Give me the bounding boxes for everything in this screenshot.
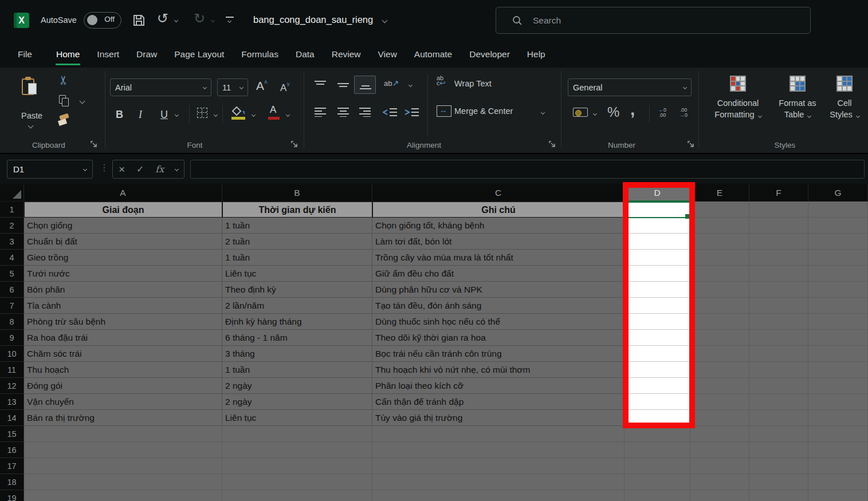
column-header-B[interactable]: B (222, 184, 372, 202)
tab-draw[interactable]: Draw (128, 42, 166, 66)
column-header-C[interactable]: C (372, 184, 625, 202)
cell-F6[interactable] (749, 282, 808, 298)
tab-home[interactable]: Home (48, 42, 88, 66)
align-right-icon[interactable] (359, 108, 371, 117)
undo-icon[interactable]: ↺ (157, 11, 168, 25)
cell-B10[interactable]: 3 tháng (222, 346, 372, 362)
cell-E18[interactable] (690, 474, 749, 490)
cell-G19[interactable] (808, 490, 868, 501)
cell-E10[interactable] (690, 346, 749, 362)
cell-D15[interactable] (625, 426, 690, 442)
cell-B16[interactable] (222, 442, 372, 458)
tab-page-layout[interactable]: Page Layout (166, 42, 233, 66)
align-left-icon[interactable] (314, 108, 327, 117)
cell-E1[interactable] (690, 202, 749, 218)
cell-A14[interactable]: Bán ra thị trường (24, 410, 222, 426)
fill-color-icon[interactable] (231, 106, 246, 120)
tab-view[interactable]: View (370, 42, 406, 66)
cell-B5[interactable]: Liên tục (222, 266, 372, 282)
cell-G5[interactable] (808, 266, 868, 282)
increase-font-size-icon[interactable]: A˄ (256, 79, 268, 93)
number-dialog-launcher-icon[interactable] (688, 141, 695, 148)
cell-G3[interactable] (808, 234, 868, 250)
cell-F9[interactable] (749, 330, 808, 346)
cell-B17[interactable] (222, 458, 372, 474)
cell-F7[interactable] (749, 298, 808, 314)
row-header-10[interactable]: 10 (0, 346, 24, 362)
row-header-8[interactable]: 8 (0, 314, 24, 330)
row-header-11[interactable]: 11 (0, 362, 24, 378)
cell-A12[interactable]: Đóng gói (24, 378, 222, 394)
cell-G14[interactable] (808, 410, 868, 426)
cell-D18[interactable] (625, 474, 690, 490)
font-name-combo[interactable]: Arial (110, 78, 211, 96)
cell-C13[interactable]: Cẩn thận để tránh dập (372, 394, 625, 410)
filename-dropdown-icon[interactable] (382, 18, 388, 23)
row-header-18[interactable]: 18 (0, 474, 24, 490)
cell-B1[interactable]: Thời gian dự kiến (222, 202, 372, 218)
cell-B9[interactable]: 6 tháng - 1 năm (222, 330, 372, 346)
cell-F15[interactable] (749, 426, 808, 442)
enter-icon[interactable]: ✓ (136, 164, 144, 175)
accounting-icon[interactable] (573, 108, 588, 118)
cell-styles-button[interactable]: Cell Styles (824, 97, 865, 120)
copy-icon[interactable] (59, 95, 70, 108)
name-box[interactable]: D1 (7, 160, 93, 179)
font-size-combo[interactable]: 11 (217, 78, 248, 96)
document-title[interactable]: bang_cong_doan_sau_rieng (253, 14, 373, 25)
cell-C7[interactable]: Tạo tán đều, đón ánh sáng (372, 298, 625, 314)
cell-F8[interactable] (749, 314, 808, 330)
font-color-icon[interactable]: A (268, 105, 280, 120)
cell-C2[interactable]: Chọn giống tốt, kháng bệnh (372, 218, 625, 234)
cell-A19[interactable] (24, 490, 222, 501)
cell-E5[interactable] (690, 266, 749, 282)
percent-icon[interactable]: % (607, 104, 619, 120)
cell-G12[interactable] (808, 378, 868, 394)
column-header-F[interactable]: F (749, 184, 808, 202)
cell-E11[interactable] (690, 362, 749, 378)
comma-icon[interactable]: , (630, 100, 635, 119)
cancel-icon[interactable]: × (119, 163, 125, 176)
cell-B6[interactable]: Theo định kỳ (222, 282, 372, 298)
cell-C9[interactable]: Theo dõi kỹ thời gian ra hoa (372, 330, 625, 346)
row-header-7[interactable]: 7 (0, 298, 24, 314)
tab-review[interactable]: Review (323, 42, 370, 66)
cell-C6[interactable]: Dùng phân hữu cơ và NPK (372, 282, 625, 298)
formula-bar-dropdown-icon[interactable] (175, 167, 179, 171)
cell-G15[interactable] (808, 426, 868, 442)
merge-center-button[interactable]: Merge & Center (454, 106, 513, 116)
clipboard-dialog-launcher-icon[interactable] (91, 141, 98, 148)
cell-G16[interactable] (808, 442, 868, 458)
align-bottom-selected-box[interactable] (354, 76, 376, 94)
cell-A11[interactable]: Thu hoạch (24, 362, 222, 378)
decrease-indent-icon[interactable] (383, 108, 398, 117)
cell-G6[interactable] (808, 282, 868, 298)
cell-A16[interactable] (24, 442, 222, 458)
column-header-E[interactable]: E (690, 184, 749, 202)
row-header-3[interactable]: 3 (0, 234, 24, 250)
cell-F4[interactable] (749, 250, 808, 266)
cell-C1[interactable]: Ghi chú (372, 202, 625, 218)
borders-dropdown-icon[interactable] (214, 113, 218, 117)
underline-button[interactable]: U (160, 109, 168, 121)
cell-F3[interactable] (749, 234, 808, 250)
cell-B18[interactable] (222, 474, 372, 490)
column-header-A[interactable]: A (24, 184, 222, 202)
number-format-combo[interactable]: General (568, 78, 692, 96)
row-header-5[interactable]: 5 (0, 266, 24, 282)
cell-D19[interactable] (625, 490, 690, 501)
fill-color-dropdown-icon[interactable] (252, 113, 256, 117)
cell-C12[interactable]: Phân loại theo kích cỡ (372, 378, 625, 394)
column-header-G[interactable]: G (808, 184, 868, 202)
alignment-dialog-launcher-icon[interactable] (549, 141, 556, 148)
cell-E9[interactable] (690, 330, 749, 346)
insert-function-icon[interactable]: fx (155, 164, 164, 175)
cell-G18[interactable] (808, 474, 868, 490)
cell-F2[interactable] (749, 218, 808, 234)
row-header-2[interactable]: 2 (0, 218, 24, 234)
accounting-dropdown-icon[interactable] (593, 112, 597, 116)
cell-F14[interactable] (749, 410, 808, 426)
cell-F13[interactable] (749, 394, 808, 410)
row-header-15[interactable]: 15 (0, 426, 24, 442)
cell-A15[interactable] (24, 426, 222, 442)
